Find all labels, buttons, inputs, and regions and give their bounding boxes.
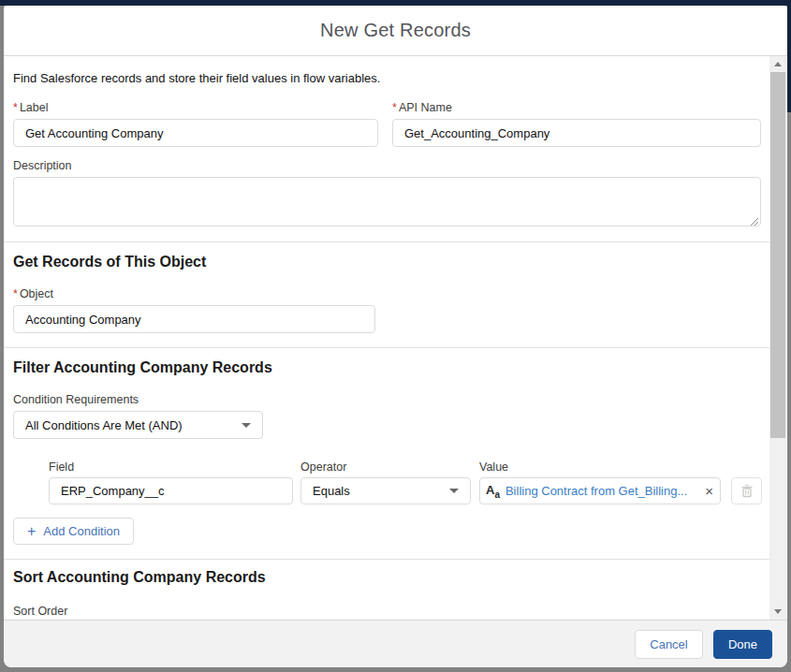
object-field-label: *Object xyxy=(13,287,375,301)
description-field-label: Description xyxy=(13,159,761,173)
condition-value-group: Aa Billing Contract from Get_Billing... … xyxy=(479,477,721,504)
api-name-field-label: *API Name xyxy=(392,101,761,115)
delete-condition-button[interactable] xyxy=(731,477,762,504)
trash-icon xyxy=(740,484,754,498)
condition-operator-group: Equals xyxy=(300,477,471,504)
chevron-down-icon xyxy=(242,423,251,428)
modal-footer: Cancel Done xyxy=(4,620,787,667)
close-icon[interactable]: × xyxy=(705,484,713,498)
sort-order-label: Sort Order xyxy=(13,605,67,618)
condition-field-label: Field xyxy=(49,460,74,475)
description-field-group: Description xyxy=(13,159,761,230)
window-right-edge xyxy=(787,0,791,112)
condition-operator-label: Operator xyxy=(300,460,346,475)
chevron-down-icon xyxy=(449,489,459,493)
object-field-group: *Object xyxy=(13,287,375,333)
required-asterisk: * xyxy=(392,101,397,114)
filter-section-heading: Filter Accounting Company Records xyxy=(13,359,272,376)
condition-field-input[interactable] xyxy=(49,477,293,504)
section-divider xyxy=(4,559,769,560)
required-asterisk: * xyxy=(13,101,18,114)
plus-icon: + xyxy=(27,524,36,539)
new-get-records-modal: New Get Records Find Salesforce records … xyxy=(4,6,787,667)
condition-value-label: Value xyxy=(479,460,508,475)
condition-value-combobox[interactable]: Aa Billing Contract from Get_Billing... … xyxy=(479,477,721,504)
label-input[interactable] xyxy=(13,119,378,147)
scroll-up-button[interactable] xyxy=(769,56,786,72)
text-type-icon: Aa xyxy=(486,483,500,500)
add-condition-button[interactable]: + Add Condition xyxy=(13,518,134,545)
scroll-down-button[interactable] xyxy=(769,604,786,620)
section-divider xyxy=(4,347,769,348)
label-field-group: *Label xyxy=(13,101,378,147)
api-name-input[interactable] xyxy=(392,119,761,147)
section-divider xyxy=(4,241,769,242)
sort-section-heading: Sort Accounting Company Records xyxy=(13,569,266,586)
modal-header: New Get Records xyxy=(4,6,787,56)
condition-operator-dropdown[interactable]: Equals xyxy=(300,477,471,504)
vertical-scrollbar[interactable] xyxy=(769,56,786,620)
object-section-heading: Get Records of This Object xyxy=(13,254,206,270)
modal-body: Find Salesforce records and store their … xyxy=(4,56,787,620)
api-name-field-group: *API Name xyxy=(392,101,761,147)
label-field-label: *Label xyxy=(13,101,378,115)
modal-title: New Get Records xyxy=(320,20,471,41)
condition-requirements-dropdown[interactable]: All Conditions Are Met (AND) xyxy=(13,411,263,439)
cancel-button[interactable]: Cancel xyxy=(635,630,703,659)
object-input[interactable] xyxy=(13,305,375,333)
scrollbar-thumb[interactable] xyxy=(770,72,785,438)
intro-text: Find Salesforce records and store their … xyxy=(13,71,380,85)
scroll-up-icon xyxy=(774,62,782,66)
required-asterisk: * xyxy=(13,287,18,300)
value-pill: Billing Contract from Get_Billing... xyxy=(505,484,701,498)
condition-requirements-label: Condition Requirements xyxy=(13,393,263,407)
scroll-down-icon xyxy=(774,609,782,614)
condition-field-group xyxy=(49,477,293,504)
done-button[interactable]: Done xyxy=(713,630,772,659)
description-textarea[interactable] xyxy=(13,177,761,226)
condition-requirements-group: Condition Requirements All Conditions Ar… xyxy=(13,393,263,439)
